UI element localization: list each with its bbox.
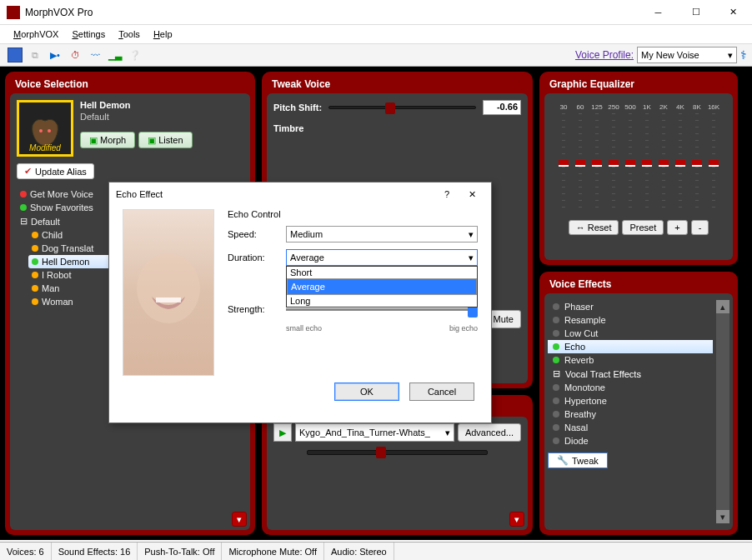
scroll-down-icon[interactable]: ▾ — [716, 510, 729, 523]
maximize-button[interactable]: ☐ — [677, 0, 714, 25]
eq-band-2k[interactable] — [662, 113, 665, 213]
bg-play-button[interactable]: ▶ — [273, 423, 292, 442]
eq-reset-button[interactable]: ↔ Reset — [569, 220, 619, 235]
toolbar-record-icon[interactable]: ▶• — [48, 48, 63, 62]
bg-expand-button[interactable]: ▾ — [509, 512, 524, 527]
eq-preset-button[interactable]: Preset — [622, 220, 664, 235]
minimize-button[interactable]: ─ — [639, 0, 677, 25]
bg-file-select[interactable]: Kygo_And_Tina_Turner-Whats_▾ — [295, 423, 454, 442]
dialog-title: Echo Effect — [116, 189, 434, 199]
toolbar-chart-icon[interactable]: ▁▃ — [108, 48, 123, 62]
toolbar-help-icon[interactable]: ❔ — [128, 48, 143, 62]
fx-reverb[interactable]: Reverb — [548, 353, 713, 367]
svg-point-1 — [48, 129, 51, 132]
morph-button[interactable]: ▣Morph — [80, 132, 135, 148]
eq-plus-button[interactable]: + — [667, 220, 687, 235]
titlebar: MorphVOX Pro ─ ☐ ✕ — [0, 0, 752, 25]
modified-badge: Modified — [29, 143, 61, 152]
fx-diode[interactable]: Diode — [548, 434, 713, 448]
eq-minus-button[interactable]: - — [691, 220, 709, 235]
menu-settings[interactable]: Settings — [65, 28, 112, 41]
status-mic-mute: Microphone Mute: Off — [222, 542, 324, 560]
speed-label: Speed: — [228, 229, 278, 239]
equalizer-header: Graphic Equalizer — [544, 77, 733, 93]
fx-nasal[interactable]: Nasal — [548, 421, 713, 434]
eq-band-30[interactable] — [562, 113, 565, 213]
duration-dropdown: Short Average Long — [286, 266, 478, 308]
fx-breathy[interactable]: Breathy — [548, 408, 713, 421]
eq-band-4k[interactable] — [679, 113, 682, 213]
bg-volume-slider[interactable] — [307, 450, 488, 455]
listen-button[interactable]: ▣Listen — [138, 132, 192, 148]
duration-label: Duration: — [228, 252, 278, 262]
voice-effects-header: Voice Effects — [544, 277, 733, 293]
voice-profile-label[interactable]: Voice Profile: — [575, 49, 634, 61]
fx-tweak-button[interactable]: 🔧Tweak — [548, 452, 608, 468]
status-audio: Audio: Stereo — [324, 542, 394, 560]
eq-band-16k[interactable] — [712, 113, 715, 213]
eq-band-250[interactable] — [612, 113, 615, 213]
duration-option-average[interactable]: Average — [287, 278, 477, 295]
voice-selection-header: Voice Selection — [10, 77, 250, 93]
svg-point-0 — [39, 129, 43, 132]
dialog-ok-button[interactable]: OK — [334, 382, 399, 401]
pitch-label: Pitch Shift: — [273, 102, 322, 112]
status-voices: Voices: 6 — [0, 542, 52, 560]
duration-option-short[interactable]: Short — [287, 267, 477, 278]
fx-phaser[interactable]: Phaser — [548, 300, 713, 313]
dialog-close-button[interactable]: ✕ — [459, 189, 484, 200]
toolbar: ⧉ ▶• ⏱ 〰 ▁▃ ❔ Voice Profile: My New Vois… — [0, 43, 752, 67]
eq-band-1k[interactable] — [645, 113, 649, 213]
status-sound-effects: Sound Effects: 16 — [52, 542, 138, 560]
update-alias-button[interactable]: ✔Update Alias — [17, 163, 94, 179]
tweak-voice-header: Tweak Voice — [267, 77, 528, 93]
fx-resample[interactable]: Resample — [548, 313, 713, 327]
menu-help[interactable]: Help — [147, 28, 179, 41]
dialog-cancel-button[interactable]: Cancel — [409, 382, 474, 401]
toolbar-save-icon[interactable] — [8, 48, 23, 62]
statusbar: Voices: 6 Sound Effects: 16 Push-To-Talk… — [0, 542, 752, 560]
fx-hypertone[interactable]: Hypertone — [548, 394, 713, 408]
speed-select[interactable]: Medium▾ — [286, 226, 478, 242]
echo-preview-image — [123, 209, 214, 376]
eq-band-500[interactable] — [629, 113, 632, 213]
strength-label: Strength: — [228, 304, 278, 314]
status-ptt: Push-To-Talk: Off — [138, 542, 222, 560]
voice-subtitle: Default — [80, 112, 193, 122]
toolbar-timer-icon[interactable]: ⏱ — [68, 48, 83, 62]
menu-tools[interactable]: Tools — [112, 28, 147, 41]
duration-option-long[interactable]: Long — [287, 295, 477, 307]
toolbar-copy-icon[interactable]: ⧉ — [28, 48, 43, 62]
svg-rect-3 — [156, 298, 181, 302]
app-title: MorphVOX Pro — [25, 7, 639, 18]
eq-band-8k[interactable] — [695, 113, 699, 213]
close-button[interactable]: ✕ — [714, 0, 752, 25]
pitch-value[interactable]: -0.66 — [483, 100, 521, 115]
voice-avatar: Modified — [17, 100, 73, 157]
duration-select[interactable]: Average▾ Short Average Long — [286, 249, 478, 266]
eq-band-60[interactable] — [579, 113, 582, 213]
fx-scrollbar[interactable]: ▴ ▾ — [716, 300, 729, 523]
scroll-up-icon[interactable]: ▴ — [716, 300, 729, 313]
caduceus-icon[interactable]: ⚕ — [740, 48, 747, 62]
voice-name: Hell Demon — [80, 100, 193, 110]
fx-lowcut[interactable]: Low Cut — [548, 327, 713, 340]
dialog-help-button[interactable]: ? — [434, 189, 459, 199]
echo-effect-dialog: Echo Effect ? ✕ Echo Control Speed: Medi… — [108, 182, 492, 423]
menu-morphvox[interactable]: MorphVOX — [7, 28, 65, 41]
voice-profile-value: My New Voise — [641, 50, 699, 60]
fx-monotone[interactable]: Monotone — [548, 381, 713, 394]
echo-control-group: Echo Control — [228, 209, 478, 219]
bg-advanced-button[interactable]: Advanced... — [458, 423, 521, 442]
toolbar-wave-icon[interactable]: 〰 — [88, 48, 103, 62]
pitch-slider[interactable] — [328, 106, 476, 109]
voice-effects-list: Phaser Resample Low Cut Echo Reverb ⊟Voc… — [548, 300, 729, 448]
big-echo-label: big echo — [449, 324, 478, 332]
voice-profile-select[interactable]: My New Voise ▾ — [637, 47, 737, 63]
collapse-down-button[interactable]: ▾ — [232, 512, 247, 527]
fx-vocal-tract-head[interactable]: ⊟Vocal Tract Effects — [548, 367, 713, 381]
eq-band-125[interactable] — [595, 113, 599, 213]
fx-echo[interactable]: Echo — [548, 340, 713, 353]
app-icon — [7, 6, 20, 19]
svg-point-2 — [137, 253, 200, 323]
